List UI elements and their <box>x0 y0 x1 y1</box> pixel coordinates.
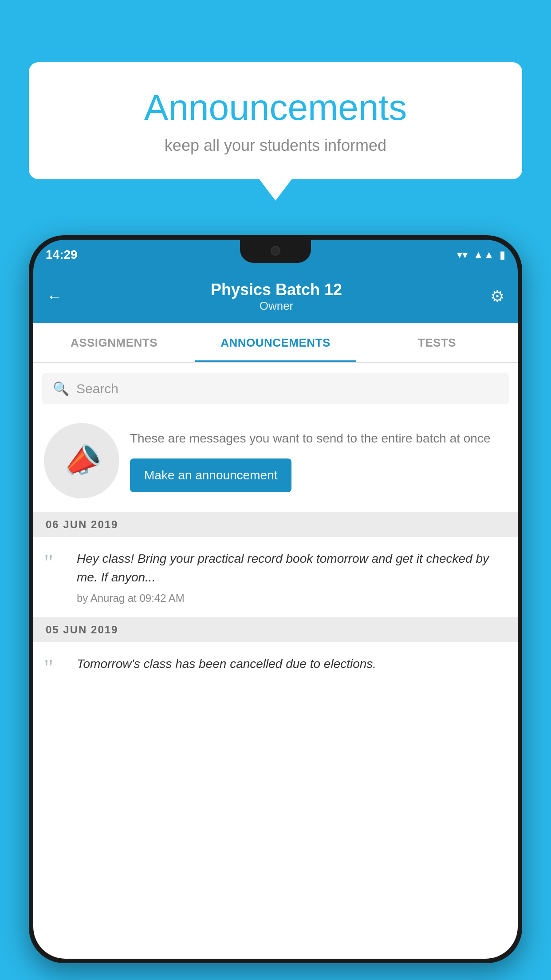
announcement-text-2: Tomorrow's class has been cancelled due … <box>77 655 507 673</box>
announcement-meta-1: by Anurag at 09:42 AM <box>77 592 507 605</box>
quote-icon-2: " <box>44 656 66 680</box>
announcement-content-1: Hey class! Bring your practical record b… <box>77 549 507 605</box>
batch-subtitle: Owner <box>211 299 342 313</box>
announcement-text-1: Hey class! Bring your practical record b… <box>77 549 507 587</box>
phone-inner: 14:29 ▾▾ ▲▲ ▮ ← Physics Batch 12 Owner ⚙ <box>33 240 518 959</box>
back-button[interactable]: ← <box>47 287 63 306</box>
tabs-container: ASSIGNMENTS ANNOUNCEMENTS TESTS <box>33 323 518 363</box>
phone-camera <box>271 246 280 256</box>
announcement-item-1[interactable]: " Hey class! Bring your practical record… <box>33 537 518 617</box>
phone-notch <box>240 240 311 263</box>
tab-announcements[interactable]: ANNOUNCEMENTS <box>195 323 356 362</box>
megaphone-icon: 📣 <box>58 438 105 483</box>
date-divider-2: 05 JUN 2019 <box>33 617 518 642</box>
content-area: 🔍 Search 📣 These are messages you want t… <box>33 363 518 959</box>
phone-frame: 14:29 ▾▾ ▲▲ ▮ ← Physics Batch 12 Owner ⚙ <box>29 235 522 963</box>
announcement-promo: 📣 These are messages you want to send to… <box>33 414 518 512</box>
battery-icon: ▮ <box>500 249 505 261</box>
status-time: 14:29 <box>46 248 78 262</box>
announcement-content-2: Tomorrow's class has been cancelled due … <box>77 655 507 679</box>
announcements-subtitle: keep all your students informed <box>55 136 496 155</box>
phone-container: 14:29 ▾▾ ▲▲ ▮ ← Physics Batch 12 Owner ⚙ <box>29 235 522 980</box>
search-icon: 🔍 <box>53 381 69 396</box>
speech-bubble-container: Announcements keep all your students inf… <box>29 62 522 179</box>
quote-icon-1: " <box>44 551 66 574</box>
signal-icon: ▲▲ <box>473 249 494 261</box>
settings-icon[interactable]: ⚙ <box>490 287 504 306</box>
header-center: Physics Batch 12 Owner <box>211 281 342 313</box>
promo-description: These are messages you want to send to t… <box>130 429 507 448</box>
batch-title: Physics Batch 12 <box>211 281 342 299</box>
make-announcement-button[interactable]: Make an announcement <box>130 458 291 492</box>
date-divider-1: 06 JUN 2019 <box>33 512 518 537</box>
status-icons: ▾▾ ▲▲ ▮ <box>457 249 505 261</box>
promo-icon-circle: 📣 <box>44 423 119 498</box>
tab-assignments[interactable]: ASSIGNMENTS <box>33 323 195 362</box>
tab-tests[interactable]: TESTS <box>356 323 518 362</box>
announcement-item-2[interactable]: " Tomorrow's class has been cancelled du… <box>33 642 518 680</box>
search-placeholder: Search <box>76 381 118 396</box>
speech-bubble: Announcements keep all your students inf… <box>29 62 522 179</box>
promo-right: These are messages you want to send to t… <box>130 429 507 492</box>
announcements-title: Announcements <box>55 87 496 128</box>
app-header: ← Physics Batch 12 Owner ⚙ <box>33 270 518 323</box>
search-bar[interactable]: 🔍 Search <box>42 373 509 404</box>
wifi-icon: ▾▾ <box>457 249 468 261</box>
